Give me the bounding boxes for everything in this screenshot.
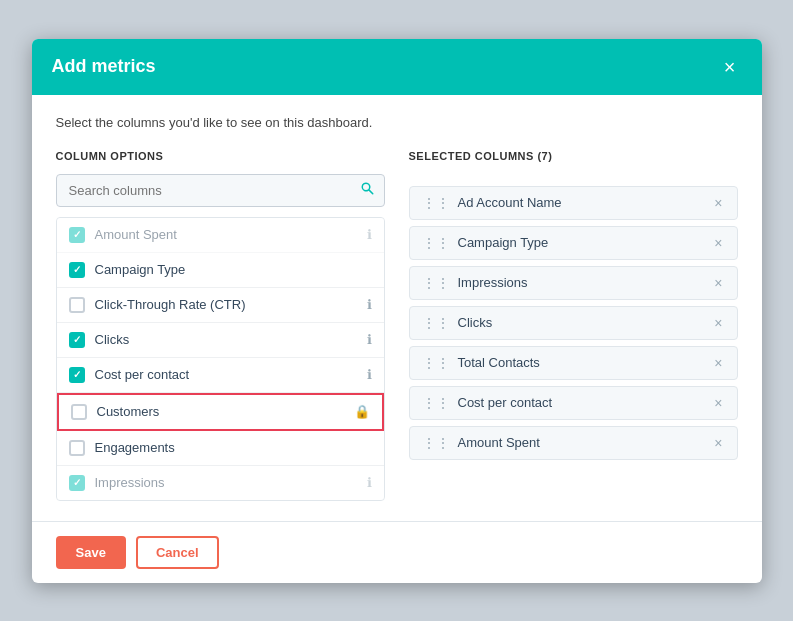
search-box [56,174,385,207]
selected-item-label: Clicks [458,315,705,330]
checkbox-ctr[interactable] [69,297,85,313]
selected-item-label: Impressions [458,275,705,290]
save-button[interactable]: Save [56,536,126,569]
close-button[interactable]: × [718,55,742,79]
column-label: Amount Spent [95,227,357,242]
column-list: Amount Spent ℹ Campaign Type Click-Throu… [56,217,385,501]
selected-item-label: Ad Account Name [458,195,705,210]
drag-handle-icon[interactable]: ⋮⋮ [422,355,450,371]
search-icon [360,181,375,199]
list-item[interactable]: Impressions ℹ [57,466,384,500]
selected-item-label: Campaign Type [458,235,705,250]
modal-header: Add metrics × [32,39,762,95]
list-item[interactable]: Click-Through Rate (CTR) ℹ [57,288,384,323]
drag-handle-icon[interactable]: ⋮⋮ [422,315,450,331]
drag-handle-icon[interactable]: ⋮⋮ [422,235,450,251]
modal-title: Add metrics [52,56,156,77]
checkbox-customers[interactable] [71,404,87,420]
column-options-label: COLUMN OPTIONS [56,150,385,162]
checkbox-clicks[interactable] [69,332,85,348]
selected-item: ⋮⋮ Total Contacts × [409,346,738,380]
checkbox-engagements[interactable] [69,440,85,456]
modal-description: Select the columns you'd like to see on … [56,115,738,130]
column-label: Clicks [95,332,357,347]
remove-button[interactable]: × [712,276,724,290]
drag-handle-icon[interactable]: ⋮⋮ [422,435,450,451]
left-panel: COLUMN OPTIONS Amount Sp [56,150,385,501]
modal-footer: Save Cancel [32,521,762,583]
remove-button[interactable]: × [712,356,724,370]
checkbox-campaign-type[interactable] [69,262,85,278]
remove-button[interactable]: × [712,196,724,210]
list-item[interactable]: Campaign Type [57,253,384,288]
selected-item: ⋮⋮ Campaign Type × [409,226,738,260]
list-item[interactable]: Engagements [57,431,384,466]
selected-columns-header: SELECTED COLUMNS (7) [409,150,738,174]
column-label: Cost per contact [95,367,357,382]
modal-overlay: Add metrics × Select the columns you'd l… [0,0,793,621]
list-item-customers[interactable]: Customers 🔒 [57,393,384,431]
columns-container: COLUMN OPTIONS Amount Sp [56,150,738,501]
column-label: Campaign Type [95,262,372,277]
lock-icon: 🔒 [354,404,370,419]
selected-item: ⋮⋮ Cost per contact × [409,386,738,420]
remove-button[interactable]: × [712,316,724,330]
selected-item: ⋮⋮ Ad Account Name × [409,186,738,220]
column-label: Impressions [95,475,357,490]
info-icon[interactable]: ℹ [367,475,372,490]
selected-columns-label: SELECTED COLUMNS (7) [409,150,553,162]
column-label: Click-Through Rate (CTR) [95,297,357,312]
drag-handle-icon[interactable]: ⋮⋮ [422,275,450,291]
selected-item-label: Amount Spent [458,435,705,450]
checkbox-cost-per-contact[interactable] [69,367,85,383]
info-icon[interactable]: ℹ [367,367,372,382]
cancel-button[interactable]: Cancel [136,536,219,569]
list-item[interactable]: Cost per contact ℹ [57,358,384,393]
drag-handle-icon[interactable]: ⋮⋮ [422,195,450,211]
modal-body: Select the columns you'd like to see on … [32,95,762,521]
info-icon[interactable]: ℹ [367,332,372,347]
checkbox-impressions[interactable] [69,475,85,491]
drag-handle-icon[interactable]: ⋮⋮ [422,395,450,411]
search-input[interactable] [56,174,385,207]
add-metrics-modal: Add metrics × Select the columns you'd l… [32,39,762,583]
selected-item-label: Total Contacts [458,355,705,370]
remove-button[interactable]: × [712,396,724,410]
column-label: Customers [97,404,344,419]
selected-columns-list: ⋮⋮ Ad Account Name × ⋮⋮ Campaign Type × [409,186,738,460]
info-icon[interactable]: ℹ [367,297,372,312]
list-item[interactable]: Amount Spent ℹ [57,218,384,253]
column-label: Engagements [95,440,372,455]
selected-item: ⋮⋮ Impressions × [409,266,738,300]
remove-button[interactable]: × [712,436,724,450]
right-panel: SELECTED COLUMNS (7) ⋮⋮ Ad Account Name … [409,150,738,501]
info-icon[interactable]: ℹ [367,227,372,242]
selected-item: ⋮⋮ Amount Spent × [409,426,738,460]
selected-item: ⋮⋮ Clicks × [409,306,738,340]
remove-button[interactable]: × [712,236,724,250]
list-item[interactable]: Clicks ℹ [57,323,384,358]
checkbox-amount-spent[interactable] [69,227,85,243]
selected-item-label: Cost per contact [458,395,705,410]
